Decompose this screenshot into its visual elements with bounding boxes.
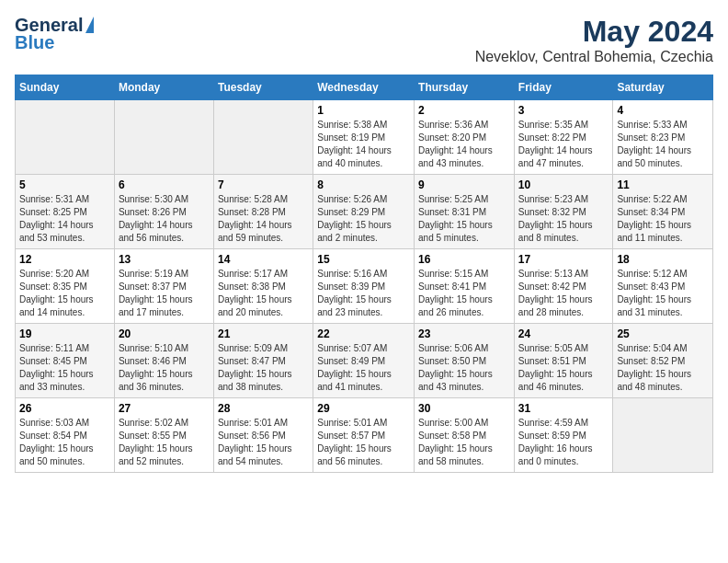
header-monday: Monday [114,75,213,100]
day-number: 6 [119,178,210,191]
day-number: 17 [518,253,609,266]
day-info: Sunrise: 5:13 AM Sunset: 8:42 PM Dayligh… [518,268,609,319]
calendar-cell: 23Sunrise: 5:06 AM Sunset: 8:50 PM Dayli… [415,324,515,398]
day-info: Sunrise: 5:12 AM Sunset: 8:43 PM Dayligh… [617,268,709,319]
header-tuesday: Tuesday [213,75,313,100]
day-info: Sunrise: 4:59 AM Sunset: 8:59 PM Dayligh… [518,417,609,468]
day-number: 1 [317,104,410,117]
day-info: Sunrise: 5:25 AM Sunset: 8:31 PM Dayligh… [418,193,510,245]
calendar-cell: 7Sunrise: 5:28 AM Sunset: 8:28 PM Daylig… [213,175,313,249]
day-number: 25 [617,327,709,340]
day-info: Sunrise: 5:11 AM Sunset: 8:45 PM Dayligh… [19,342,110,394]
day-info: Sunrise: 5:15 AM Sunset: 8:41 PM Dayligh… [418,268,510,319]
day-number: 29 [317,402,410,415]
day-number: 27 [119,402,210,415]
header-friday: Friday [514,75,613,100]
day-info: Sunrise: 5:05 AM Sunset: 8:51 PM Dayligh… [518,342,609,394]
header-saturday: Saturday [613,75,713,100]
day-number: 30 [418,402,510,415]
day-info: Sunrise: 5:38 AM Sunset: 8:19 PM Dayligh… [317,119,410,170]
calendar-cell [213,100,313,175]
day-number: 7 [218,178,309,191]
day-info: Sunrise: 5:26 AM Sunset: 8:29 PM Dayligh… [317,193,410,245]
calendar-cell: 30Sunrise: 5:00 AM Sunset: 8:58 PM Dayli… [415,398,515,473]
calendar-week-row: 5Sunrise: 5:31 AM Sunset: 8:25 PM Daylig… [16,175,713,249]
day-info: Sunrise: 5:10 AM Sunset: 8:46 PM Dayligh… [119,342,210,394]
day-number: 12 [19,253,110,266]
day-info: Sunrise: 5:09 AM Sunset: 8:47 PM Dayligh… [218,342,309,394]
day-number: 21 [218,327,309,340]
calendar-cell [613,398,713,473]
page-header: General Blue May 2024 Neveklov, Central … [15,15,713,65]
day-number: 2 [418,104,510,117]
title-block: May 2024 Neveklov, Central Bohemia, Czec… [475,15,713,65]
calendar-cell: 19Sunrise: 5:11 AM Sunset: 8:45 PM Dayli… [16,324,115,398]
day-number: 23 [418,327,510,340]
calendar-table: SundayMondayTuesdayWednesdayThursdayFrid… [15,75,713,473]
day-info: Sunrise: 5:07 AM Sunset: 8:49 PM Dayligh… [317,342,410,394]
day-number: 19 [19,327,110,340]
calendar-cell: 14Sunrise: 5:17 AM Sunset: 8:38 PM Dayli… [213,249,313,324]
day-info: Sunrise: 5:01 AM Sunset: 8:56 PM Dayligh… [218,417,309,468]
calendar-cell: 27Sunrise: 5:02 AM Sunset: 8:55 PM Dayli… [114,398,213,473]
header-wednesday: Wednesday [313,75,415,100]
header-thursday: Thursday [415,75,515,100]
calendar-subtitle: Neveklov, Central Bohemia, Czechia [475,49,713,65]
logo-blue: Blue [15,32,54,53]
calendar-cell: 12Sunrise: 5:20 AM Sunset: 8:35 PM Dayli… [16,249,115,324]
calendar-cell [114,100,213,175]
day-number: 18 [617,253,709,266]
calendar-cell: 17Sunrise: 5:13 AM Sunset: 8:42 PM Dayli… [514,249,613,324]
day-info: Sunrise: 5:02 AM Sunset: 8:55 PM Dayligh… [119,417,210,468]
calendar-cell: 6Sunrise: 5:30 AM Sunset: 8:26 PM Daylig… [114,175,213,249]
calendar-cell: 28Sunrise: 5:01 AM Sunset: 8:56 PM Dayli… [213,398,313,473]
calendar-week-row: 26Sunrise: 5:03 AM Sunset: 8:54 PM Dayli… [16,398,713,473]
day-number: 28 [218,402,309,415]
calendar-cell: 2Sunrise: 5:36 AM Sunset: 8:20 PM Daylig… [415,100,515,175]
calendar-title: May 2024 [475,15,713,49]
day-info: Sunrise: 5:36 AM Sunset: 8:20 PM Dayligh… [418,119,510,170]
day-info: Sunrise: 5:01 AM Sunset: 8:57 PM Dayligh… [317,417,410,468]
day-info: Sunrise: 5:30 AM Sunset: 8:26 PM Dayligh… [119,193,210,245]
day-number: 20 [119,327,210,340]
calendar-week-row: 12Sunrise: 5:20 AM Sunset: 8:35 PM Dayli… [16,249,713,324]
calendar-cell: 13Sunrise: 5:19 AM Sunset: 8:37 PM Dayli… [114,249,213,324]
day-number: 4 [617,104,709,117]
calendar-cell: 21Sunrise: 5:09 AM Sunset: 8:47 PM Dayli… [213,324,313,398]
calendar-cell: 11Sunrise: 5:22 AM Sunset: 8:34 PM Dayli… [613,175,713,249]
calendar-cell: 29Sunrise: 5:01 AM Sunset: 8:57 PM Dayli… [313,398,415,473]
calendar-week-row: 19Sunrise: 5:11 AM Sunset: 8:45 PM Dayli… [16,324,713,398]
day-number: 11 [617,178,709,191]
calendar-cell: 15Sunrise: 5:16 AM Sunset: 8:39 PM Dayli… [313,249,415,324]
day-info: Sunrise: 5:17 AM Sunset: 8:38 PM Dayligh… [218,268,309,319]
calendar-cell: 16Sunrise: 5:15 AM Sunset: 8:41 PM Dayli… [415,249,515,324]
calendar-cell: 5Sunrise: 5:31 AM Sunset: 8:25 PM Daylig… [16,175,115,249]
day-info: Sunrise: 5:31 AM Sunset: 8:25 PM Dayligh… [19,193,110,245]
day-number: 13 [119,253,210,266]
day-number: 5 [19,178,110,191]
calendar-cell: 22Sunrise: 5:07 AM Sunset: 8:49 PM Dayli… [313,324,415,398]
day-info: Sunrise: 5:00 AM Sunset: 8:58 PM Dayligh… [418,417,510,468]
day-number: 3 [518,104,609,117]
day-info: Sunrise: 5:28 AM Sunset: 8:28 PM Dayligh… [218,193,309,245]
calendar-cell: 18Sunrise: 5:12 AM Sunset: 8:43 PM Dayli… [613,249,713,324]
day-number: 24 [518,327,609,340]
day-number: 31 [518,402,609,415]
calendar-cell: 4Sunrise: 5:33 AM Sunset: 8:23 PM Daylig… [613,100,713,175]
calendar-cell [16,100,115,175]
day-number: 10 [518,178,609,191]
calendar-cell: 8Sunrise: 5:26 AM Sunset: 8:29 PM Daylig… [313,175,415,249]
day-info: Sunrise: 5:35 AM Sunset: 8:22 PM Dayligh… [518,119,609,170]
calendar-cell: 1Sunrise: 5:38 AM Sunset: 8:19 PM Daylig… [313,100,415,175]
day-info: Sunrise: 5:23 AM Sunset: 8:32 PM Dayligh… [518,193,609,245]
calendar-cell: 3Sunrise: 5:35 AM Sunset: 8:22 PM Daylig… [514,100,613,175]
day-info: Sunrise: 5:19 AM Sunset: 8:37 PM Dayligh… [119,268,210,319]
calendar-cell: 10Sunrise: 5:23 AM Sunset: 8:32 PM Dayli… [514,175,613,249]
day-info: Sunrise: 5:22 AM Sunset: 8:34 PM Dayligh… [617,193,709,245]
logo-triangle-icon [85,17,94,33]
day-info: Sunrise: 5:04 AM Sunset: 8:52 PM Dayligh… [617,342,709,394]
day-number: 16 [418,253,510,266]
calendar-cell: 31Sunrise: 4:59 AM Sunset: 8:59 PM Dayli… [514,398,613,473]
calendar-cell: 20Sunrise: 5:10 AM Sunset: 8:46 PM Dayli… [114,324,213,398]
day-number: 8 [317,178,410,191]
